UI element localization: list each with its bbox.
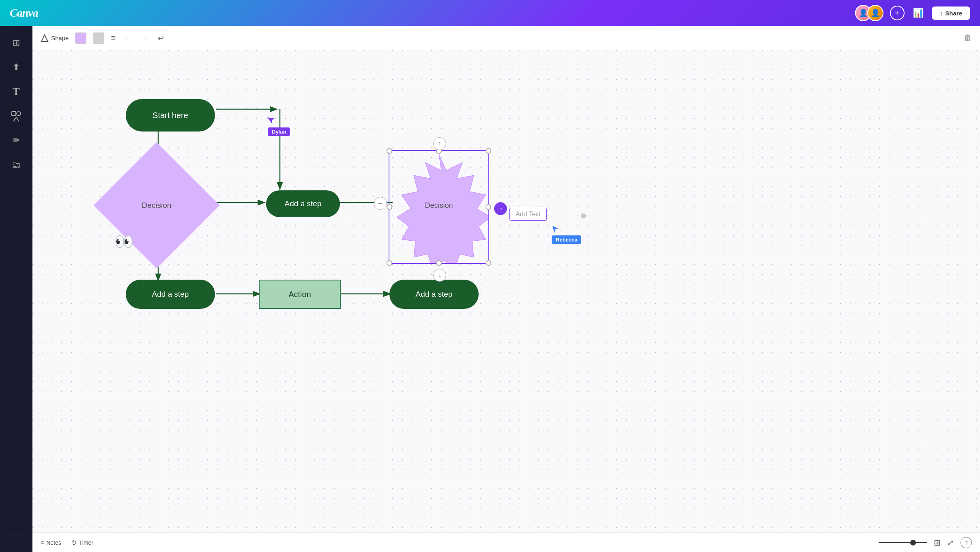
sidebar-item-more[interactable]: ··· [6,524,27,546]
zoom-thumb[interactable] [910,540,916,546]
line-style-icon[interactable]: ≡ [111,33,116,43]
starburst-node[interactable]: Decision [389,150,489,265]
help-label: ? [965,539,968,546]
share-button[interactable]: ↑ Share [932,6,970,20]
step-node-1[interactable]: Add a step [266,190,340,217]
logo[interactable]: Canva [10,6,855,19]
rebecca-label: Rebecca [552,235,581,244]
rebecca-cursor: Rebecca [552,225,581,244]
color-swatch-light[interactable] [75,32,86,44]
expand-icon[interactable]: ⤢ [947,538,954,548]
right-arrow-handle[interactable]: → [494,202,507,215]
timer-label: Timer [79,539,93,546]
notes-label: Notes [46,539,61,546]
arrow-left-btn[interactable]: ← [122,32,133,44]
dylan-cursor-arrow [266,114,277,126]
diagram-canvas[interactable]: Start here Dylan Decision 👀 Add a step [32,50,980,533]
dylan-cursor: Dylan [268,115,290,136]
sidebar: ⊞ ⬆ T ✏ 🗂 ··· [0,26,32,552]
dylan-label: Dylan [268,127,290,136]
avatar-user2: 👤 [867,5,883,21]
notes-button[interactable]: ≡ Notes [41,539,61,546]
svg-point-1 [17,112,21,116]
grid-view-icon[interactable]: ⊞ [934,538,941,548]
left-arrow-handle[interactable]: ← [374,197,387,210]
canvas-area[interactable]: Shape ≡ ← → ↩ 🗑 [32,26,980,552]
svg-marker-13 [267,115,276,125]
step-node-3[interactable]: Add a step [389,280,479,309]
sidebar-item-draw[interactable]: ✏ [6,130,27,151]
top-arrow-handle[interactable]: ↑ [433,137,446,150]
action-node[interactable]: Action [259,280,341,309]
shape-icon [41,34,49,42]
add-text-box[interactable]: Add Text [509,208,547,221]
sidebar-item-upload[interactable]: ⬆ [6,57,27,78]
svg-marker-3 [41,35,48,41]
sidebar-item-folder[interactable]: 🗂 [6,154,27,175]
eyes-sticker[interactable]: 👀 [114,234,133,249]
svg-marker-2 [13,117,19,121]
step1-label: Add a step [285,199,322,208]
share-label: Share [945,10,962,17]
color-swatch-dark[interactable] [93,32,104,44]
action-label: Action [288,290,311,299]
start-label: Start here [153,111,188,120]
bottombar: ≡ Notes ⏱ Timer ⊞ ⤢ ? [32,533,980,552]
svg-marker-15 [552,226,558,233]
rebecca-cursor-arrow [552,225,559,234]
timer-button[interactable]: ⏱ Timer [71,539,93,546]
starburst-label: Decision [425,201,453,210]
zoom-slider[interactable] [879,542,927,543]
header: Canva 👤 👤 + 📊 ↑ Share [0,0,980,26]
decision-label: Decision [142,201,172,210]
arrow-right-btn[interactable]: → [139,32,150,44]
step3-label: Add a step [416,290,453,299]
help-button[interactable]: ? [961,537,972,548]
sidebar-item-shapes[interactable] [6,106,27,127]
sidebar-item-grid[interactable]: ⊞ [6,32,27,54]
shape-label: Shape [51,34,69,41]
add-text-placeholder: Add Text [516,211,541,218]
svg-rect-0 [12,112,16,116]
invite-button[interactable]: + [890,6,905,20]
bottom-arrow-handle[interactable]: ↓ [433,269,446,282]
avatar-group: 👤 👤 [855,5,883,21]
notes-icon: ≡ [41,539,44,546]
zoom-track [879,542,927,543]
toolbar-right: 🗑 [964,33,972,43]
main-layout: ⊞ ⬆ T ✏ 🗂 ··· Shape ≡ ← → ↩ 🗑 [0,26,980,552]
sidebar-item-text[interactable]: T [6,81,27,102]
toolbar: Shape ≡ ← → ↩ 🗑 [32,26,980,50]
start-node[interactable]: Start here [126,99,215,132]
delete-button[interactable]: 🗑 [964,33,972,42]
header-controls: 👤 👤 + 📊 ↑ Share [855,5,970,21]
shape-tool[interactable]: Shape [41,34,69,42]
step-node-2[interactable]: Add a step [126,280,215,309]
squiggle-btn[interactable]: ↩ [156,32,165,44]
share-icon: ↑ [940,10,943,17]
timer-icon: ⏱ [71,539,77,546]
analytics-icon[interactable]: 📊 [911,6,925,20]
step2-label: Add a step [152,290,189,299]
bottombar-right: ⊞ ⤢ ? [879,537,972,548]
add-text-slider[interactable] [581,213,586,218]
